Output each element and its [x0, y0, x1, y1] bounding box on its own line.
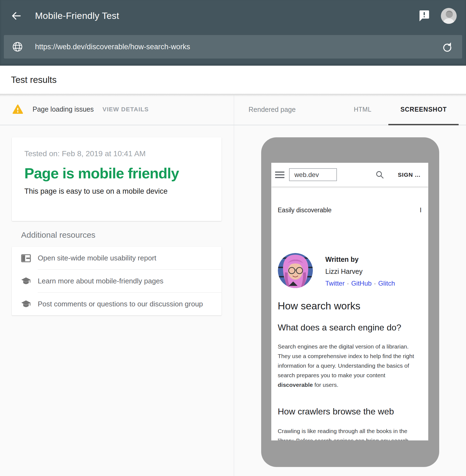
glitch-link: Glitch — [378, 280, 395, 287]
status-tab-band: Page loading issues VIEW DETAILS Rendere… — [0, 94, 466, 125]
url-bar[interactable]: https://web.dev/discoverable/how-search-… — [4, 35, 462, 59]
phone-mockup: web.dev SIGN ... Easily discoverable I — [261, 137, 439, 467]
tab-screenshot[interactable]: SCREENSHOT — [400, 106, 447, 113]
phone-site-header: web.dev SIGN ... — [271, 163, 428, 187]
back-arrow-icon — [11, 10, 22, 21]
paragraph-2: Crawling is like reading through all the… — [278, 426, 422, 440]
feedback-button[interactable] — [419, 10, 430, 22]
written-by-label: Written by — [325, 255, 395, 263]
tab-bar: Rendered page HTML SCREENSHOT — [234, 94, 466, 125]
resource-learn-more[interactable]: Learn more about mobile-friendly pages — [12, 270, 222, 292]
verdict-heading: Page is mobile friendly — [24, 165, 209, 182]
paragraph-1: Search engines are the digital version o… — [278, 342, 422, 390]
bold-keyword: discoverable — [278, 382, 313, 388]
resource-label: Open site-wide mobile usability report — [38, 254, 156, 262]
verdict-subtitle: This page is easy to use on a mobile dev… — [24, 187, 209, 196]
results-panel: Tested on: Feb 8, 2019 at 10:41 AM Page … — [0, 125, 234, 476]
author-block: Written by Lizzi Harvey Twitter·GitHub·G… — [278, 253, 422, 288]
resource-label: Post comments or questions to our discus… — [38, 300, 203, 308]
search-icon — [375, 170, 384, 179]
warning-icon — [12, 104, 23, 115]
back-button[interactable] — [10, 10, 22, 22]
app-bar: Mobile-Friendly Test — [0, 0, 466, 66]
author-links: Twitter·GitHub·Glitch — [325, 279, 395, 288]
resource-discussion-group[interactable]: Post comments or questions to our discus… — [12, 293, 222, 315]
top-bar: Mobile-Friendly Test — [0, 0, 466, 31]
article-title: How search works — [278, 300, 422, 312]
tested-on-timestamp: Tested on: Feb 8, 2019 at 10:41 AM — [24, 149, 209, 158]
screenshot-panel: web.dev SIGN ... Easily discoverable I — [234, 125, 466, 476]
breadcrumb-trailing: I — [420, 206, 421, 214]
author-name: Lizzi Harvey — [325, 267, 395, 275]
phone-screen: web.dev SIGN ... Easily discoverable I — [271, 163, 428, 440]
url-text[interactable]: https://web.dev/discoverable/how-search-… — [35, 43, 442, 51]
resource-label: Learn more about mobile-friendly pages — [38, 277, 164, 285]
active-tab-underline — [388, 124, 459, 125]
tab-html[interactable]: HTML — [354, 106, 372, 113]
app-title: Mobile-Friendly Test — [35, 10, 119, 21]
section-heading-1: What does a search engine do? — [278, 322, 422, 333]
result-card: Tested on: Feb 8, 2019 at 10:41 AM Page … — [12, 137, 222, 221]
status-row: Page loading issues VIEW DETAILS — [0, 94, 234, 125]
site-logo-text: web.dev — [295, 171, 319, 179]
resource-usability-report[interactable]: Open site-wide mobile usability report — [12, 247, 222, 269]
school-icon — [21, 277, 31, 286]
section-heading-2: How crawlers browse the web — [278, 406, 422, 417]
tab-rendered-page[interactable]: Rendered page — [249, 105, 296, 113]
github-link: GitHub — [351, 280, 372, 287]
author-avatar — [278, 253, 313, 288]
view-details-button[interactable]: VIEW DETAILS — [103, 106, 149, 113]
page-title: Test results — [11, 75, 57, 85]
resources-card: Open site-wide mobile usability report L… — [12, 247, 222, 315]
twitter-link: Twitter — [325, 280, 345, 287]
globe-icon — [12, 41, 23, 52]
breadcrumb-label: Easily discoverable — [278, 206, 332, 214]
feedback-icon — [419, 10, 430, 22]
resources-heading: Additional resources — [21, 230, 234, 240]
status-label: Page loading issues — [33, 105, 94, 113]
hamburger-icon — [275, 170, 284, 180]
report-icon — [21, 254, 31, 262]
refresh-icon[interactable] — [442, 42, 452, 52]
url-row: https://web.dev/discoverable/how-search-… — [0, 31, 466, 66]
page-header: Test results — [0, 66, 466, 94]
account-avatar[interactable] — [441, 8, 457, 24]
site-logo-box: web.dev — [289, 168, 337, 181]
sign-in-label: SIGN ... — [398, 172, 421, 178]
school-icon — [21, 300, 31, 309]
